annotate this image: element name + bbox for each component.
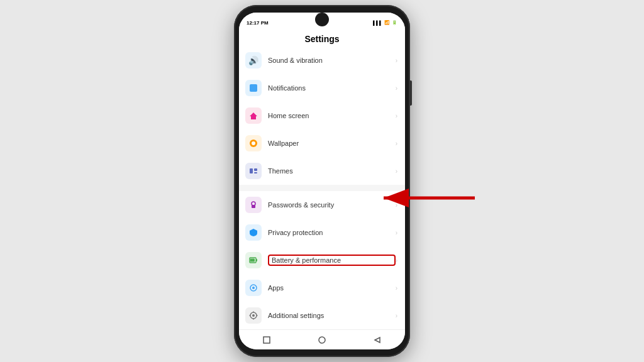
home-icon [245, 107, 262, 124]
battery-icon: 🔋 [392, 20, 397, 25]
svg-rect-6 [254, 172, 257, 173]
sound-label: Sound & vibration [268, 57, 396, 64]
wallpaper-label: Wallpaper [268, 140, 396, 147]
nav-home[interactable] [316, 334, 328, 346]
status-time: 12:17 PM [247, 20, 269, 26]
privacy-label: Privacy protection [268, 229, 396, 236]
apps-icon [245, 280, 262, 296]
battery-label: Battery & performance [268, 255, 396, 266]
phone-frame: 12:17 PM ▌▌▌ 📶 🔋 Settings 🔊 Sound & vibr… [234, 5, 410, 357]
additional-label: Additional settings [268, 312, 396, 319]
notif-icon [245, 80, 262, 96]
svg-point-15 [252, 314, 255, 317]
settings-item-notifications[interactable]: Notifications › [239, 74, 405, 102]
svg-marker-23 [375, 337, 380, 343]
svg-rect-5 [254, 168, 257, 171]
themes-chevron: › [396, 168, 397, 175]
notif-label: Notifications [268, 84, 396, 92]
notif-chevron: › [396, 85, 397, 92]
section-1: 🔊 Sound & vibration › Notifications › [239, 47, 405, 185]
svg-rect-4 [250, 168, 253, 173]
status-icons: ▌▌▌ 📶 🔋 [373, 20, 397, 25]
apps-label: Apps [268, 284, 396, 292]
settings-item-home[interactable]: Home screen › [239, 102, 405, 129]
privacy-icon [245, 224, 262, 241]
settings-item-sound[interactable]: 🔊 Sound & vibration › [239, 47, 405, 74]
passwords-icon [245, 197, 262, 213]
nav-bar [239, 329, 405, 349]
settings-item-battery[interactable]: Battery & performance › [239, 246, 405, 274]
themes-icon [245, 163, 262, 179]
phone-screen: 12:17 PM ▌▌▌ 📶 🔋 Settings 🔊 Sound & vibr… [239, 13, 405, 349]
settings-item-wallpaper[interactable]: Wallpaper › [239, 129, 405, 157]
additional-chevron: › [396, 312, 397, 319]
sound-chevron: › [396, 57, 397, 64]
settings-item-passwords[interactable]: Passwords & security › [239, 191, 405, 219]
home-label: Home screen [268, 112, 396, 119]
wallpaper-chevron: › [396, 140, 397, 147]
wallpaper-icon [245, 135, 262, 151]
power-button[interactable] [409, 80, 412, 106]
nav-back[interactable] [372, 334, 383, 346]
battery-chevron: › [396, 257, 397, 264]
svg-marker-1 [250, 112, 257, 119]
svg-point-22 [319, 337, 325, 343]
wifi-icon: 📶 [384, 20, 390, 25]
svg-rect-21 [264, 337, 270, 343]
section-2: Passwords & security › Privacy protectio… [239, 191, 405, 329]
settings-list: 🔊 Sound & vibration › Notifications › [239, 47, 405, 329]
nav-recent[interactable] [261, 334, 272, 346]
signal-icon: ▌▌▌ [373, 21, 382, 25]
svg-point-3 [252, 141, 255, 145]
passwords-chevron: › [396, 202, 397, 209]
battery-perf-icon [245, 252, 262, 268]
privacy-chevron: › [396, 229, 397, 236]
settings-item-additional[interactable]: Additional settings › [239, 302, 405, 329]
svg-rect-11 [250, 259, 255, 262]
svg-rect-0 [250, 84, 257, 92]
svg-rect-8 [252, 205, 255, 208]
section-gap-1 [239, 185, 405, 191]
notch [315, 13, 329, 26]
settings-item-themes[interactable]: Themes › [239, 157, 405, 185]
svg-rect-10 [256, 259, 257, 261]
settings-item-apps[interactable]: Apps › [239, 274, 405, 302]
passwords-label: Passwords & security [268, 201, 396, 209]
additional-icon [245, 307, 262, 324]
themes-label: Themes [268, 167, 396, 175]
home-chevron: › [396, 112, 397, 119]
apps-chevron: › [396, 285, 397, 292]
page-title: Settings [239, 30, 405, 47]
settings-item-privacy[interactable]: Privacy protection › [239, 219, 405, 246]
sound-icon: 🔊 [245, 52, 262, 69]
svg-point-13 [252, 287, 255, 289]
